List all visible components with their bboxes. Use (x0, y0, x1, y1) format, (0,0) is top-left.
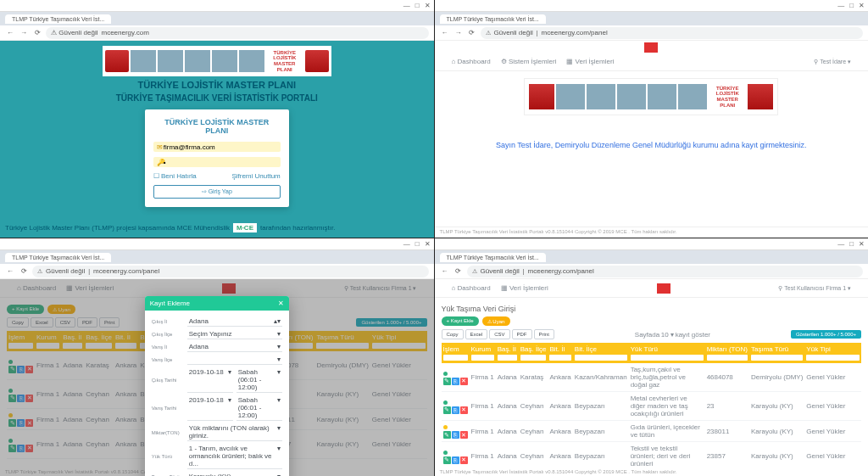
max-icon[interactable]: □ (849, 2, 854, 9)
column-filter-input[interactable] (443, 355, 468, 361)
column-filter-input[interactable] (498, 355, 517, 361)
browser-tab[interactable]: TLMP Türkiye Taşımacılık Veri İst... (5, 14, 111, 24)
forward-icon[interactable]: → (453, 28, 464, 38)
column-filter-input[interactable] (520, 355, 547, 361)
address-bar[interactable]: ⚠ Güvenli değil | mceenergy.com/panel (32, 266, 429, 277)
col-Bit. İl[interactable]: Bit. İl (548, 343, 572, 363)
address-bar[interactable]: ⚠ Güvenli değil mceenergy.com (46, 27, 429, 39)
min-icon[interactable]: — (403, 2, 410, 9)
address-bar[interactable]: ⚠ Güvenli değil | mceenergy.com/panel (467, 266, 864, 277)
column-filter-input[interactable] (471, 355, 494, 361)
table-row: ✎⎘✕Firma 1AdanaCeyhanAnkaraBeypazarıTeks… (442, 442, 862, 471)
nav-system[interactable]: ⚙ Sistem İşlemleri (501, 58, 557, 65)
brand-icon (644, 42, 658, 53)
modal-close-icon[interactable]: ✕ (278, 300, 284, 307)
col-Kurum[interactable]: Kurum (470, 343, 496, 363)
reload-icon[interactable]: ⟳ (32, 28, 42, 38)
row-delete-button[interactable]: ✕ (460, 431, 468, 439)
banner-photo-4 (212, 50, 237, 72)
field-input[interactable]: Adana▴▾ (187, 316, 282, 327)
field-input[interactable]: Karayolu (KY)▾ (187, 472, 282, 476)
field-input[interactable]: Seçim Yapınız▾ (187, 329, 282, 339)
col-Bit. İlçe[interactable]: Bit. İlçe (573, 343, 629, 363)
page-title: TÜRKİYE LOJİSTİK MASTER PLANI (0, 80, 434, 90)
header-banner: TÜRKİYE LOJİSTİK MASTER PLANI (103, 46, 331, 76)
row-edit-button[interactable]: ✎ (443, 431, 451, 439)
back-icon[interactable]: ← (5, 28, 15, 38)
column-filter-input[interactable] (549, 355, 570, 361)
row-delete-button[interactable]: ✕ (460, 456, 468, 464)
row-delete-button[interactable]: ✕ (460, 378, 468, 385)
column-filter-input[interactable] (806, 355, 860, 361)
nav-dashboard[interactable]: ⌂ Dashboard (452, 284, 491, 292)
record-count-badge: Gösterilen 1.000+ / 5.000+ (791, 330, 861, 339)
field-label: Çıkış İlçe (152, 332, 187, 337)
row-edit-button[interactable]: ✎ (443, 456, 451, 464)
row-view-button[interactable]: ⎘ (452, 406, 459, 414)
time-input[interactable]: Sabah (06:01 - 12:00)▾ (236, 367, 282, 393)
field-input[interactable]: 1 - Tarım, avcılık ve ormancılık ürünler… (187, 444, 282, 469)
back-icon[interactable]: ← (5, 266, 15, 277)
col-İşlem[interactable]: İşlem (442, 343, 470, 363)
browser-tab[interactable]: TLMP Türkiye Taşımacılık Veri İst... (5, 253, 111, 262)
banner-photo-1 (131, 50, 156, 72)
table-row: ✎⎘✕Firma 1AdanaKarataşAnkaraKazan/Kahram… (442, 363, 862, 392)
forgot-password-link[interactable]: Şifremi Unuttum (231, 172, 280, 180)
warn-button[interactable]: ⚠ Uyarı (482, 316, 510, 326)
reload-icon[interactable]: ⟳ (453, 266, 464, 277)
col-Yük Türü[interactable]: Yük Türü (629, 343, 705, 363)
user-menu[interactable]: ⚲ Test Kullanıcısı Firma 1 ▾ (778, 285, 851, 292)
col-Baş. İlçe[interactable]: Baş. İlçe (519, 343, 548, 363)
date-input[interactable]: 2019-10-18▾ (187, 395, 233, 421)
pdf-button[interactable]: PDF (512, 329, 532, 339)
column-filter-input[interactable] (751, 355, 803, 361)
user-menu[interactable]: ⚲ Test İdare ▾ (814, 59, 851, 65)
field-label: Yük Türü (152, 454, 187, 459)
row-view-button[interactable]: ⎘ (452, 431, 459, 439)
min-icon[interactable]: — (837, 2, 844, 9)
column-filter-input[interactable] (707, 355, 748, 361)
reload-icon[interactable]: ⟳ (19, 266, 29, 277)
email-field[interactable]: ✉ firma@firma.com (153, 142, 281, 152)
login-button[interactable]: ⇨ Giriş Yap (153, 185, 281, 199)
back-icon[interactable]: ← (440, 28, 450, 38)
reload-icon[interactable]: ⟳ (467, 28, 477, 38)
password-field[interactable]: 🔑 • (153, 157, 281, 167)
remember-me-checkbox[interactable]: ☐ Beni Hatırla (153, 172, 197, 180)
csv-button[interactable]: CSV (489, 329, 509, 339)
row-edit-button[interactable]: ✎ (443, 406, 451, 414)
status-dot (443, 451, 448, 455)
time-input[interactable]: Sabah (06:01 - 12:00)▾ (236, 395, 282, 421)
field-input[interactable]: Yük miktarını (TON olarak) giriniz.▾ (187, 423, 282, 441)
back-icon[interactable]: ← (440, 266, 450, 277)
row-view-button[interactable]: ⎘ (452, 378, 459, 385)
column-filter-input[interactable] (631, 355, 704, 361)
max-icon[interactable]: □ (415, 2, 420, 9)
excel-button[interactable]: Excel (465, 329, 488, 339)
copy-button[interactable]: Copy (442, 329, 464, 339)
close-icon[interactable]: ✕ (859, 2, 865, 9)
browser-tab[interactable]: TLMP Türkiye Taşımacılık Veri İst... (440, 14, 546, 24)
nav-dashboard[interactable]: ⌂ Dashboard (452, 58, 491, 65)
col-Miktarı (TON)[interactable]: Miktarı (TON) (705, 343, 749, 363)
print-button[interactable]: Print (534, 329, 554, 339)
col-Yük Tipi[interactable]: Yük Tipi (804, 343, 861, 363)
add-record-button[interactable]: + Kayıt Ekle (442, 316, 479, 326)
row-delete-button[interactable]: ✕ (460, 406, 468, 414)
date-input[interactable]: 2019-10-18▾ (187, 367, 233, 393)
nav-data[interactable]: ▦ Veri İşlemleri (566, 58, 614, 65)
tlmp-logo (305, 50, 329, 72)
col-Baş. İl[interactable]: Baş. İl (496, 343, 519, 363)
address-bar[interactable]: ⚠ Güvenli değil | mceenergy.com/panel (481, 27, 864, 39)
ministry-logo (529, 84, 554, 109)
col-Taşıma Türü[interactable]: Taşıma Türü (749, 343, 804, 363)
close-icon[interactable]: ✕ (425, 2, 431, 9)
forward-icon[interactable]: → (19, 28, 29, 38)
browser-tab[interactable]: TLMP Türkiye Taşımacılık Veri İst... (440, 253, 546, 262)
field-input[interactable]: ▾ (187, 355, 282, 365)
row-edit-button[interactable]: ✎ (443, 378, 451, 385)
field-input[interactable]: Adana▾ (187, 342, 282, 352)
column-filter-input[interactable] (575, 355, 627, 361)
nav-data[interactable]: ▦ Veri İşlemleri (501, 284, 548, 292)
row-view-button[interactable]: ⎘ (452, 456, 459, 464)
